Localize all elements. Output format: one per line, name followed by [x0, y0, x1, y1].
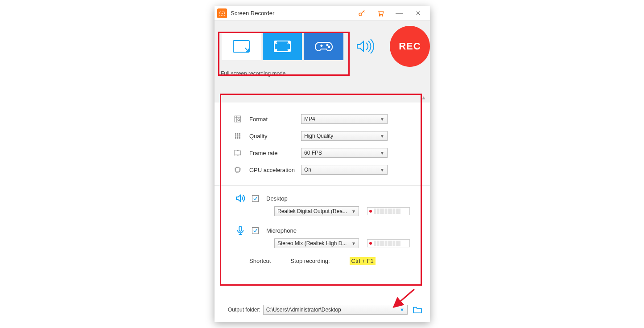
svg-rect-22 — [239, 226, 242, 231]
mode-game-button[interactable] — [304, 33, 343, 60]
shortcut-label: Stop recording: — [290, 258, 330, 264]
quality-label: Quality — [243, 133, 301, 139]
app-title: Screen Recorder — [231, 10, 274, 16]
titlebar: Screen Recorder — — [215, 6, 430, 20]
microphone-level-meter — [367, 239, 410, 247]
gpu-icon — [232, 166, 243, 174]
svg-point-4 — [382, 15, 383, 16]
svg-point-17 — [235, 137, 236, 138]
close-button[interactable] — [409, 8, 427, 19]
svg-point-10 — [238, 119, 240, 121]
svg-rect-21 — [236, 168, 240, 172]
quality-icon — [232, 132, 243, 140]
mode-region-button[interactable] — [222, 33, 261, 60]
desktop-checkbox[interactable] — [252, 195, 259, 202]
svg-point-8 — [328, 46, 330, 48]
format-label: Format — [243, 116, 301, 123]
gpu-select[interactable]: On▼ — [301, 165, 388, 175]
framerate-label: Frame rate — [243, 150, 301, 156]
shortcut-key: Ctrl + F1 — [350, 257, 376, 265]
open-folder-button[interactable] — [411, 306, 424, 314]
format-icon — [232, 115, 243, 123]
svg-point-12 — [237, 133, 238, 134]
microphone-icon — [232, 225, 248, 236]
framerate-icon — [232, 149, 243, 157]
svg-rect-20 — [235, 151, 241, 155]
gpu-label: GPU acceleration — [243, 167, 301, 173]
quality-select[interactable]: High Quality▼ — [301, 131, 388, 141]
microphone-label: Microphone — [266, 227, 297, 234]
microphone-device-select[interactable]: Stereo Mix (Realtek High D...▼ — [274, 238, 359, 248]
settings-panel: Format MP4▼ Quality High Quality▼ Frame … — [215, 102, 430, 269]
svg-point-11 — [235, 133, 236, 134]
svg-point-18 — [237, 137, 238, 138]
shortcut-title: Shortcut — [249, 258, 271, 264]
collapse-toggle[interactable]: ▲ — [421, 94, 426, 101]
svg-point-7 — [326, 45, 328, 46]
svg-point-2 — [359, 13, 362, 16]
svg-point-16 — [239, 135, 240, 136]
svg-point-3 — [379, 15, 380, 16]
speaker-icon — [232, 193, 248, 204]
mode-audio-button[interactable] — [345, 33, 384, 60]
format-select[interactable]: MP4▼ — [301, 114, 388, 124]
mode-description: Full screen recording mode. — [215, 67, 430, 77]
record-button[interactable]: REC — [390, 26, 430, 67]
svg-point-14 — [235, 135, 236, 136]
desktop-label: Desktop — [266, 195, 288, 202]
output-folder-select[interactable]: C:\Users\Administrator\Desktop ▼ — [263, 305, 408, 315]
svg-point-15 — [237, 135, 238, 136]
divider — [215, 185, 430, 186]
app-icon — [217, 8, 227, 18]
record-label: REC — [399, 41, 421, 52]
toolbar: REC Full screen recording mode. ▲ — [215, 20, 430, 102]
svg-rect-5 — [233, 41, 249, 52]
app-window: Screen Recorder — — [215, 6, 430, 322]
activate-key-button[interactable] — [352, 8, 371, 19]
svg-point-19 — [239, 137, 240, 138]
desktop-device-select[interactable]: Realtek Digital Output (Rea...▼ — [274, 206, 359, 216]
cart-button[interactable] — [371, 8, 390, 19]
footer: Output folder: C:\Users\Administrator\De… — [215, 297, 430, 322]
svg-point-1 — [222, 12, 223, 14]
output-folder-label: Output folder: — [228, 307, 260, 313]
framerate-select[interactable]: 60 FPS▼ — [301, 148, 388, 158]
svg-point-13 — [239, 133, 240, 134]
minimize-button[interactable]: — — [390, 8, 409, 19]
svg-rect-6 — [274, 41, 290, 52]
microphone-checkbox[interactable] — [252, 227, 259, 234]
desktop-level-meter — [367, 207, 410, 215]
mode-fullscreen-button[interactable] — [263, 33, 302, 60]
